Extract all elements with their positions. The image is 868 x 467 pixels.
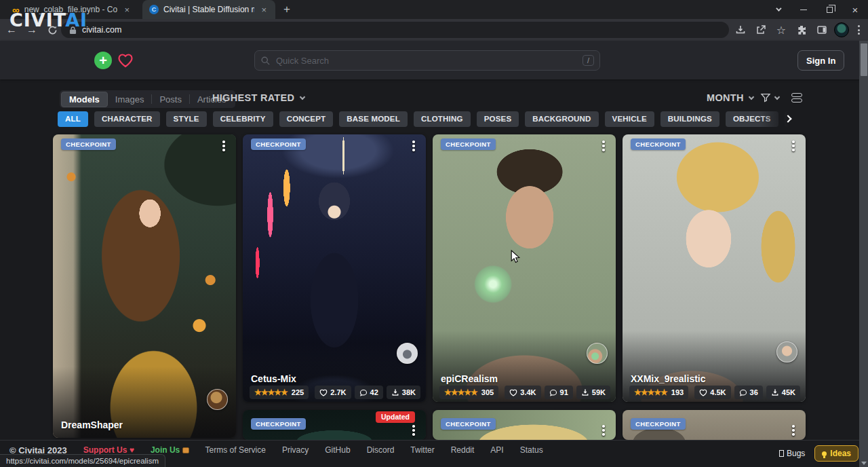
card-menu-icon[interactable]: [220, 141, 228, 151]
bug-icon: [779, 450, 784, 457]
tab-title: Civitai | Stable Diffusion models,: [163, 5, 254, 14]
sort-dropdown[interactable]: HIGHEST RATED: [212, 92, 304, 103]
tab-close-icon[interactable]: ×: [259, 5, 269, 15]
creator-avatar[interactable]: [587, 343, 608, 364]
tab-close-icon[interactable]: ×: [122, 5, 132, 15]
model-title: epiCRealism: [441, 373, 498, 384]
model-stats: ★★★★★ 305 3.4K 91 59K: [439, 386, 610, 399]
install-icon[interactable]: [732, 22, 749, 38]
creator-avatar[interactable]: [207, 389, 228, 410]
period-label: MONTH: [707, 92, 744, 103]
address-bar[interactable]: civitai.com: [61, 22, 729, 38]
tab-posts[interactable]: Posts: [152, 92, 189, 107]
rating-pill: ★★★★★ 305: [439, 386, 498, 399]
reddit-link[interactable]: Reddit: [451, 445, 475, 455]
browser-profile-avatar[interactable]: [834, 22, 849, 37]
url-text: civitai.com: [82, 25, 121, 35]
browser-window: ∞ new_colab_file.ipynb - Colaborat × C C…: [0, 0, 868, 467]
model-title: DreamShaper: [61, 419, 123, 430]
downloads-count: 45K: [782, 388, 795, 396]
tab-search-icon[interactable]: [765, 0, 791, 19]
checkpoint-badge: CHECKPOINT: [251, 138, 306, 150]
chip-background[interactable]: BACKGROUND: [525, 111, 598, 127]
downloads-count: 59K: [592, 388, 606, 396]
card-menu-icon[interactable]: [789, 425, 797, 436]
card-menu-icon[interactable]: [410, 425, 418, 436]
twitter-link[interactable]: Twitter: [410, 445, 434, 455]
heart-icon: [509, 389, 517, 396]
api-link[interactable]: API: [490, 445, 503, 455]
chip-style[interactable]: STYLE: [166, 111, 207, 127]
model-card-dreamshaper[interactable]: CHECKPOINT DreamShaper: [53, 134, 236, 438]
chip-poses[interactable]: POSES: [477, 111, 519, 127]
browser-menu-icon[interactable]: [853, 25, 864, 35]
card-menu-icon[interactable]: [599, 425, 608, 436]
chips-scroll-right-button[interactable]: [760, 109, 800, 129]
model-card-xxmix[interactable]: CHECKPOINT XXMix_9realistic ★★★★★ 193 4.…: [623, 134, 806, 402]
minimize-button[interactable]: [791, 0, 816, 19]
upload-plus-button[interactable]: +: [94, 52, 112, 69]
page-scrollbar[interactable]: [859, 41, 868, 467]
checkpoint-badge: CHECKPOINT: [441, 138, 496, 150]
share-icon[interactable]: [753, 22, 769, 38]
chevron-down-icon: [774, 94, 779, 99]
extensions-icon[interactable]: [793, 22, 810, 38]
layout-toggle-button[interactable]: [791, 93, 802, 102]
scrollbar-down-arrow[interactable]: [861, 462, 867, 465]
tab-models[interactable]: Models: [61, 92, 108, 107]
model-card-cetus-mix[interactable]: CHECKPOINT Cetus-Mix ★★★★★ 225 2.7K 42: [243, 134, 426, 402]
model-card-partial[interactable]: CHECKPOINT: [623, 410, 806, 440]
comments-count: 42: [370, 388, 378, 396]
ideas-button[interactable]: Ideas: [814, 445, 859, 462]
chevron-right-icon: [784, 115, 791, 122]
model-card-partial[interactable]: CHECKPOINT Updated: [243, 410, 426, 440]
chip-vehicle[interactable]: VEHICLE: [605, 111, 654, 127]
period-dropdown[interactable]: MONTH: [707, 92, 753, 103]
chip-clothing[interactable]: CLOTHING: [414, 111, 471, 127]
join-us-link[interactable]: Join Us: [151, 445, 189, 455]
chip-celebrity[interactable]: CELEBRITY: [213, 111, 273, 127]
model-stats: ★★★★★ 193 4.5K 36 45K: [629, 386, 800, 399]
downloads-count: 38K: [402, 388, 416, 396]
bookmark-star-icon[interactable]: ☆: [773, 22, 789, 38]
civitai-logo[interactable]: CIVITAI: [9, 10, 87, 31]
status-link[interactable]: Status: [520, 445, 543, 455]
favorites-heart-icon[interactable]: [117, 52, 134, 69]
terms-link[interactable]: Terms of Service: [205, 445, 266, 455]
model-card-epicrealism[interactable]: CHECKPOINT epiCRealism ★★★★★ 305 3.4K 91: [433, 134, 616, 402]
close-button[interactable]: ×: [842, 0, 868, 19]
discord-link[interactable]: Discord: [367, 445, 395, 455]
chip-buildings[interactable]: BUILDINGS: [660, 111, 719, 127]
tab-images[interactable]: Images: [108, 92, 152, 107]
new-tab-button[interactable]: +: [283, 3, 290, 16]
chip-all[interactable]: ALL: [58, 111, 88, 127]
card-menu-icon[interactable]: [789, 141, 797, 151]
comment-icon: [359, 389, 368, 396]
creator-avatar[interactable]: [776, 341, 797, 362]
chip-character[interactable]: CHARACTER: [94, 111, 160, 127]
search-input[interactable]: [276, 56, 577, 66]
tab-civitai[interactable]: C Civitai | Stable Diffusion models, ×: [142, 0, 275, 19]
github-link[interactable]: GitHub: [325, 445, 350, 455]
support-us-link[interactable]: Support Us ♥: [83, 445, 134, 455]
privacy-link[interactable]: Privacy: [282, 445, 309, 455]
comments-count: 36: [750, 388, 758, 396]
model-card-partial[interactable]: CHECKPOINT: [433, 410, 616, 440]
search-box[interactable]: /: [254, 50, 600, 71]
card-menu-icon[interactable]: [410, 141, 418, 151]
chip-concept[interactable]: CONCEPT: [279, 111, 334, 127]
side-panel-icon[interactable]: [814, 22, 830, 38]
toolbar-actions: ☆: [732, 19, 864, 41]
likes-count: 3.4K: [520, 388, 536, 396]
likes-count: 4.5K: [710, 388, 726, 396]
card-menu-icon[interactable]: [599, 141, 608, 151]
creator-avatar[interactable]: [397, 343, 418, 364]
sign-in-button[interactable]: Sign In: [797, 50, 844, 71]
filter-funnel-button[interactable]: [760, 92, 779, 103]
heart-icon: ♥: [130, 445, 134, 455]
checkpoint-badge: CHECKPOINT: [61, 138, 116, 150]
maximize-button[interactable]: [816, 0, 842, 19]
scrollbar-thumb[interactable]: [861, 43, 867, 76]
bugs-link[interactable]: Bugs: [779, 449, 805, 458]
chip-base-model[interactable]: BASE MODEL: [339, 111, 408, 127]
